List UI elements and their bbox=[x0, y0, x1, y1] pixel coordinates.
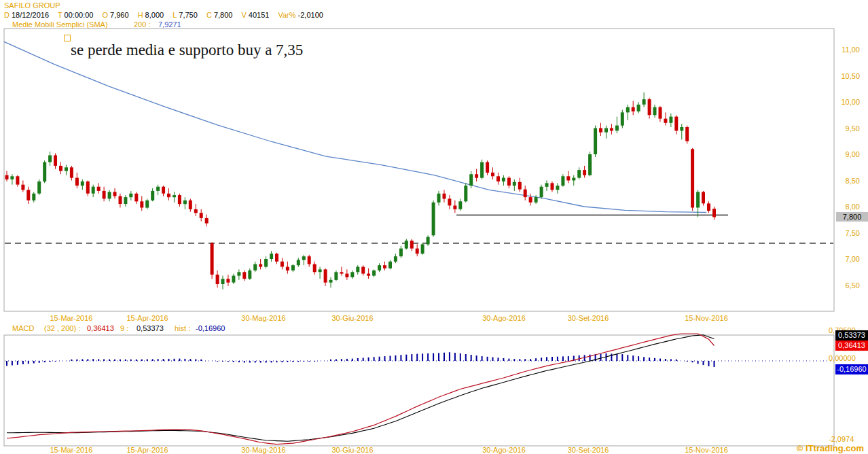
price-axis-label: 11,00 bbox=[835, 46, 860, 54]
close-label: C bbox=[206, 11, 212, 19]
date-axis-label: 30-Set-2016 bbox=[558, 446, 619, 454]
date-axis-label: 15-Mar-2016 bbox=[41, 314, 102, 322]
var-label: Var% bbox=[278, 11, 295, 19]
sma-info-bar: Medie Mobili Semplici (SMA) 200 : 7,9271 bbox=[0, 20, 272, 29]
watermark: © ITtrading.com bbox=[774, 443, 864, 453]
low-label: L bbox=[173, 11, 177, 19]
macd-info-bar: MACD (32 , 200) : 0,36413 9 : 0,53373 hi… bbox=[0, 324, 340, 333]
date-axis-label: 30-Mag-2016 bbox=[233, 446, 294, 454]
date-axis-label: 15-Nov-2016 bbox=[676, 446, 737, 454]
price-axis-label: 10,00 bbox=[835, 98, 860, 106]
sma-period-label: 200 : bbox=[134, 20, 150, 29]
ohlc-info-bar: D18/12/2016 T00:00:00 O7,960 H8,000 L7,7… bbox=[4, 11, 330, 19]
macd-name: MACD bbox=[12, 324, 34, 332]
price-axis-label: 7,50 bbox=[835, 229, 860, 237]
var-value: -2,0100 bbox=[298, 11, 323, 19]
price-axis-label: 8,00 bbox=[835, 203, 860, 211]
high-value: 8,000 bbox=[145, 11, 164, 19]
date-label: D bbox=[4, 11, 10, 19]
volume-value: 40151 bbox=[249, 11, 270, 19]
macd-hist-value: -0,16960 bbox=[196, 324, 225, 332]
volume-label: V bbox=[241, 11, 246, 19]
date-axis-label: 15-Nov-2016 bbox=[676, 314, 737, 322]
macd-params: (32 , 200) : bbox=[44, 324, 80, 332]
date-axis-label: 30-Set-2016 bbox=[558, 314, 619, 322]
date-axis-label: 15-Apr-2016 bbox=[117, 314, 178, 322]
macd-signal-badge: 0,53373 bbox=[835, 330, 868, 340]
macd-hist-label: hist : bbox=[175, 324, 190, 332]
macd-axis-min-label: -2,0974 bbox=[829, 435, 854, 443]
chart-canvas[interactable] bbox=[0, 0, 868, 454]
macd-hist-badge: -0,16960 bbox=[835, 364, 868, 374]
open-value: 7,960 bbox=[110, 11, 129, 19]
macd-axis-zero-label: 0,00000 bbox=[829, 354, 856, 362]
macd-signal-label: 9 : bbox=[120, 324, 128, 332]
price-axis-label: 8,50 bbox=[835, 177, 860, 185]
date-axis-label: 15-Mar-2016 bbox=[41, 446, 102, 454]
current-price-badge: 7,800 bbox=[836, 212, 868, 222]
date-axis-label: 30-Ago-2016 bbox=[473, 314, 535, 322]
sma-name: Medie Mobili Semplici (SMA) bbox=[12, 20, 108, 29]
price-axis-label: 9,50 bbox=[835, 124, 860, 133]
close-value: 7,800 bbox=[214, 11, 233, 19]
trading-chart-window: SAFILO GROUP D18/12/2016 T00:00:00 O7,96… bbox=[0, 0, 868, 454]
date-axis-label: 30-Giu-2016 bbox=[322, 314, 383, 322]
date-axis-label: 15-Apr-2016 bbox=[117, 446, 178, 454]
time-label: T bbox=[58, 11, 62, 19]
date-axis-label: 30-Ago-2016 bbox=[473, 446, 535, 454]
macd-signal-value: 0,53373 bbox=[137, 324, 164, 332]
price-axis-label: 6,50 bbox=[835, 281, 860, 290]
price-axis-label: 7,00 bbox=[835, 255, 860, 263]
date-axis-label: 30-Giu-2016 bbox=[322, 446, 383, 454]
time-value: 00:00:00 bbox=[65, 11, 94, 19]
low-value: 7,750 bbox=[179, 11, 198, 19]
open-label: O bbox=[103, 11, 109, 19]
macd-line-value: 0,36413 bbox=[87, 324, 114, 332]
date-axis-label: 30-Mag-2016 bbox=[233, 314, 294, 322]
symbol-title: SAFILO GROUP bbox=[4, 1, 60, 10]
high-label: H bbox=[138, 11, 143, 19]
sma-value: 7,9271 bbox=[158, 20, 181, 29]
price-axis-label: 10,50 bbox=[835, 72, 860, 80]
date-value: 18/12/2016 bbox=[12, 11, 49, 19]
macd-line-badge: 0,36413 bbox=[835, 340, 868, 351]
price-axis-label: 9,00 bbox=[835, 150, 860, 158]
annotation-text[interactable]: se perde media e supporto buy a 7,35 bbox=[71, 41, 303, 59]
annotation-anchor-square[interactable] bbox=[64, 35, 71, 41]
